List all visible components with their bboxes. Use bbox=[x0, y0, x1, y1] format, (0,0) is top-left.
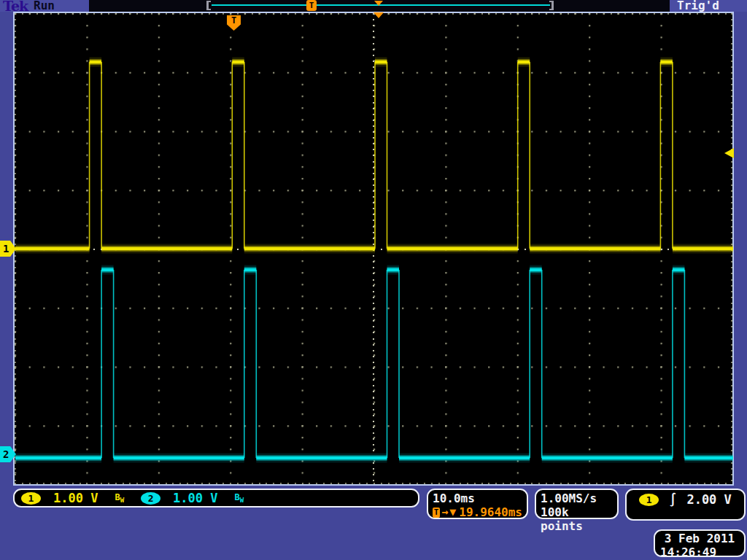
trigger-delay-readout: T→▼19.9640ms bbox=[433, 505, 522, 519]
record-expansion-triangle-icon bbox=[374, 1, 383, 6]
trigger-position-triangle-icon bbox=[374, 12, 384, 18]
waveform-display bbox=[13, 12, 734, 486]
top-status-bar: T Tek Run Trig'd bbox=[0, 0, 747, 12]
delay-marker-icon: ▼ bbox=[449, 505, 456, 519]
trigger-status: Trig'd bbox=[677, 0, 719, 12]
channel2-badge: 2 bbox=[141, 492, 160, 505]
trigger-readout-box: 1 ∫ 2.00 V bbox=[625, 489, 746, 521]
channel2-scale: 1.00 V bbox=[173, 491, 217, 505]
channel1-bandwidth-icon: BW bbox=[115, 492, 124, 504]
channel-readout-box: 1 1.00 V BW 2 1.00 V BW bbox=[13, 489, 419, 508]
record-length: 100k points bbox=[541, 505, 613, 533]
acquisition-status: Run bbox=[34, 0, 55, 12]
trigger-level-arrow-icon bbox=[724, 148, 734, 158]
timebase-value: 10.0ms bbox=[433, 491, 522, 505]
graticule-right-ticks bbox=[731, 13, 732, 484]
graticule-bottom-ticks bbox=[15, 483, 732, 484]
rising-edge-icon: ∫ bbox=[669, 492, 676, 507]
delay-trigger-t-icon: T bbox=[433, 508, 440, 518]
datetime-box: 3 Feb 2011 14:26:49 bbox=[654, 529, 746, 557]
acquisition-readout-box: 1.00MS/s 100k points bbox=[535, 489, 619, 519]
oscilloscope-screen: T Tek Run Trig'd T 1 2 1 1.00 V BW 2 1.0… bbox=[0, 0, 747, 560]
time-value: 14:26:49 bbox=[659, 545, 740, 559]
delay-arrow-icon: → bbox=[441, 505, 448, 519]
delay-value: 19.9640ms bbox=[459, 505, 522, 519]
trigger-source-badge: 1 bbox=[639, 494, 659, 506]
sample-rate: 1.00MS/s bbox=[541, 491, 613, 505]
record-trigger-t-marker: T bbox=[306, 0, 317, 11]
trigger-level-value: 2.00 V bbox=[686, 492, 731, 507]
date-value: 3 Feb 2011 bbox=[659, 532, 740, 545]
graticule-center-horizontal-line bbox=[15, 249, 732, 250]
channel1-scale: 1.00 V bbox=[53, 491, 98, 505]
channel2-bandwidth-icon: BW bbox=[235, 492, 244, 504]
horizontal-readout-box: 10.0ms T→▼19.9640ms bbox=[427, 489, 528, 519]
channel1-badge: 1 bbox=[21, 492, 41, 505]
record-view-strip: T bbox=[89, 0, 670, 12]
record-window-left-bracket bbox=[206, 1, 211, 10]
